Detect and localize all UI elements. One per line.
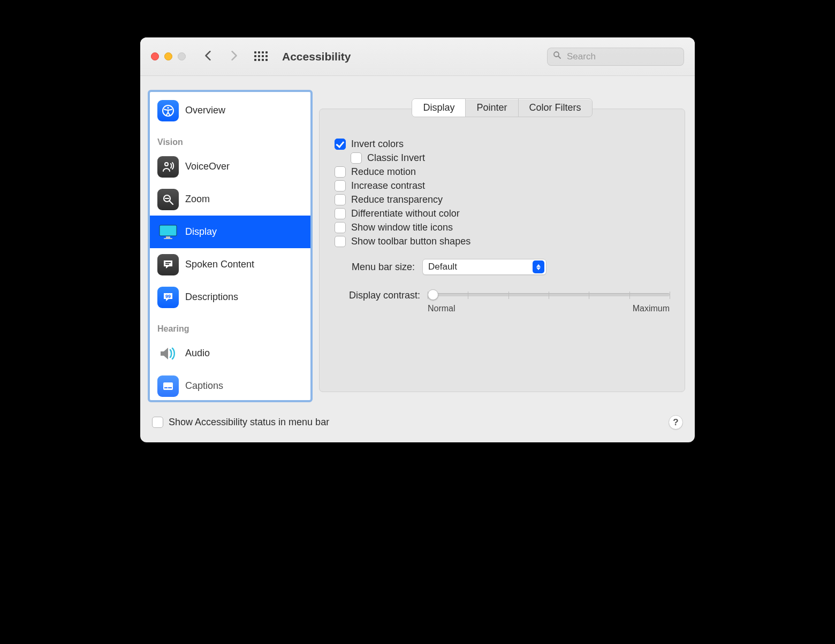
sidebar-item-label: Audio — [185, 348, 210, 359]
sidebar-item-spoken-content[interactable]: Spoken Content — [150, 248, 310, 281]
checkbox-classic-invert[interactable] — [351, 152, 362, 164]
slider-max-label: Maximum — [633, 304, 670, 313]
audio-icon — [157, 343, 179, 364]
svg-rect-16 — [164, 387, 168, 388]
label-status-menu-bar: Show Accessibility status in menu bar — [169, 417, 329, 428]
sidebar-item-voiceover[interactable]: VoiceOver — [150, 150, 310, 183]
checkbox-increase-contrast[interactable] — [335, 180, 346, 191]
window-controls — [151, 52, 186, 60]
sidebar-item-audio[interactable]: Audio — [150, 337, 310, 370]
menu-bar-size-label: Menu bar size: — [335, 262, 415, 273]
display-panel: Invert colors Classic Invert Reduce moti… — [319, 109, 685, 392]
search-icon — [553, 51, 561, 62]
sidebar-item-captions[interactable]: Captions — [150, 370, 310, 402]
descriptions-icon: 99 — [157, 287, 179, 308]
sidebar-item-label: Descriptions — [185, 292, 238, 303]
preferences-window: Accessibility Overview Vision VoiceOver — [140, 37, 695, 442]
display-contrast-label: Display contrast: — [335, 289, 420, 301]
sidebar-item-display[interactable]: Display — [150, 216, 310, 248]
label-show-window-title-icons: Show window title icons — [351, 222, 453, 233]
svg-point-3 — [167, 106, 169, 108]
label-reduce-motion: Reduce motion — [351, 166, 416, 178]
checkbox-reduce-transparency[interactable] — [335, 194, 346, 205]
display-tabs: Display Pointer Color Filters — [412, 98, 592, 117]
sidebar-item-overview[interactable]: Overview — [150, 94, 310, 127]
main-content: Display Pointer Color Filters Invert col… — [319, 90, 685, 402]
checkbox-show-window-title-icons[interactable] — [335, 222, 346, 233]
svg-rect-15 — [163, 382, 173, 390]
label-differentiate-without-color: Differentiate without color — [351, 208, 460, 219]
menu-bar-size-select[interactable]: Default — [422, 259, 546, 275]
tab-pointer[interactable]: Pointer — [466, 99, 518, 117]
minimize-window-button[interactable] — [164, 52, 172, 60]
spoken-content-icon — [157, 254, 179, 275]
label-classic-invert: Classic Invert — [367, 152, 425, 164]
svg-line-6 — [170, 201, 173, 204]
fullscreen-window-button — [178, 52, 186, 60]
slider-min-label: Normal — [428, 304, 456, 313]
svg-rect-13 — [165, 264, 169, 265]
svg-line-1 — [558, 56, 560, 58]
body: Overview Vision VoiceOver Zoom Displa — [140, 76, 695, 409]
label-show-toolbar-button-shapes: Show toolbar button shapes — [351, 236, 470, 247]
show-all-icon[interactable] — [254, 51, 269, 62]
label-increase-contrast: Increase contrast — [351, 180, 425, 191]
search-input[interactable] — [566, 51, 678, 63]
sidebar[interactable]: Overview Vision VoiceOver Zoom Displa — [148, 90, 313, 402]
svg-rect-17 — [168, 387, 172, 388]
sidebar-item-label: Spoken Content — [185, 259, 254, 270]
close-window-button[interactable] — [151, 52, 159, 60]
checkbox-invert-colors[interactable] — [335, 139, 346, 150]
footer: Show Accessibility status in menu bar ? — [140, 409, 695, 442]
label-invert-colors: Invert colors — [351, 139, 404, 150]
sidebar-item-label: VoiceOver — [185, 161, 230, 172]
svg-rect-10 — [166, 236, 170, 238]
captions-icon — [157, 375, 179, 397]
checkbox-reduce-motion[interactable] — [335, 166, 346, 178]
svg-rect-12 — [165, 262, 171, 263]
slider-knob[interactable] — [428, 289, 438, 300]
sidebar-item-descriptions[interactable]: 99 Descriptions — [150, 281, 310, 313]
display-icon — [157, 221, 179, 243]
sidebar-item-label: Overview — [185, 105, 225, 116]
label-reduce-transparency: Reduce transparency — [351, 194, 443, 205]
svg-rect-8 — [160, 225, 177, 236]
sidebar-item-label: Display — [185, 226, 217, 237]
page-title: Accessibility — [282, 50, 351, 63]
toolbar: Accessibility — [140, 37, 695, 76]
select-arrows-icon — [533, 260, 544, 273]
accessibility-icon — [157, 100, 179, 121]
sidebar-item-zoom[interactable]: Zoom — [150, 183, 310, 216]
svg-point-4 — [165, 163, 168, 166]
checkbox-status-menu-bar[interactable] — [152, 417, 163, 428]
help-button[interactable]: ? — [669, 415, 683, 430]
svg-rect-11 — [164, 238, 172, 239]
display-contrast-slider[interactable] — [428, 293, 670, 296]
search-field[interactable] — [547, 48, 684, 66]
back-button[interactable] — [200, 50, 217, 64]
sidebar-item-label: Captions — [185, 380, 223, 392]
tab-display[interactable]: Display — [412, 99, 466, 117]
sidebar-section-hearing: Hearing — [150, 313, 310, 337]
svg-text:99: 99 — [165, 294, 171, 299]
zoom-icon — [157, 189, 179, 210]
sidebar-section-vision: Vision — [150, 127, 310, 150]
tab-color-filters[interactable]: Color Filters — [519, 99, 592, 117]
voiceover-icon — [157, 156, 179, 178]
checkbox-differentiate-without-color[interactable] — [335, 208, 346, 219]
menu-bar-size-value: Default — [428, 262, 457, 272]
sidebar-item-label: Zoom — [185, 194, 210, 205]
checkbox-show-toolbar-button-shapes[interactable] — [335, 236, 346, 247]
forward-button — [225, 50, 242, 64]
